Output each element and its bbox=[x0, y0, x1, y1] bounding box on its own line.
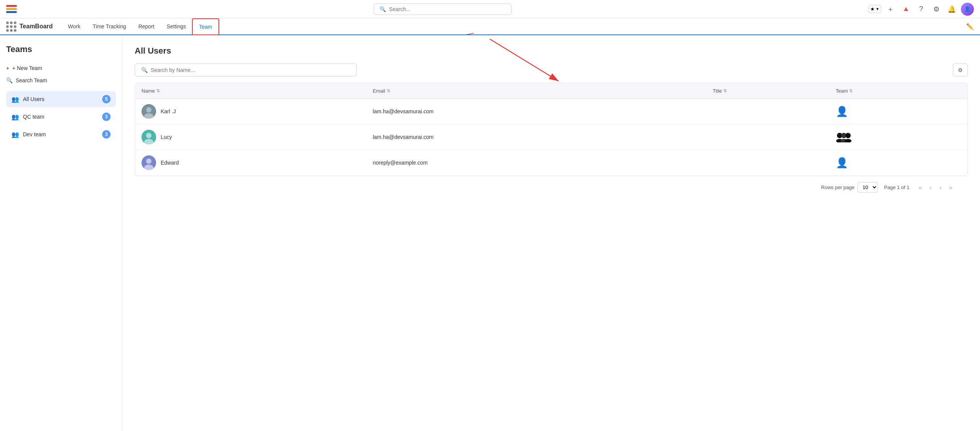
page-nav-buttons: « ‹ › » bbox=[916, 183, 956, 193]
email-cell-lucy: lam.ha@devsamurai.com bbox=[366, 124, 707, 150]
team-list: 👥 All Users 5 👥 QC team 3 👥 Dev team bbox=[6, 91, 116, 142]
sidebar-title: Teams bbox=[6, 44, 116, 54]
search-team-icon: 🔍 bbox=[6, 77, 13, 83]
email-cell-karl: lam.ha@devsamurai.com bbox=[366, 99, 707, 124]
all-users-label: All Users bbox=[23, 96, 44, 102]
all-users-badge: 5 bbox=[102, 95, 111, 103]
nav-bar: TeamBoard Work Time Tracking Report Sett… bbox=[0, 18, 980, 35]
new-team-action[interactable]: + + New Team bbox=[6, 62, 116, 74]
col-sort-email[interactable]: Email ⇅ bbox=[373, 88, 390, 94]
app-name: TeamBoard bbox=[20, 23, 53, 30]
qc-team-icon: 👥 bbox=[11, 113, 19, 121]
qc-team-badge: 3 bbox=[102, 113, 111, 121]
nav-item-time-tracking[interactable]: Time Tracking bbox=[86, 18, 132, 35]
page-info: Page 1 of 1 bbox=[884, 184, 910, 190]
nav-item-work[interactable]: Work bbox=[62, 18, 86, 35]
team-icon-edward: 👤 bbox=[836, 157, 848, 168]
avatar-edward bbox=[142, 155, 156, 170]
search-name-input[interactable] bbox=[151, 67, 350, 73]
top-bar-actions: ★ ▼ ＋ 🔺 ? ⚙ 🔔 👤 bbox=[868, 3, 974, 16]
add-button[interactable]: ＋ bbox=[884, 3, 897, 15]
settings-icon-btn[interactable]: ⚙ bbox=[930, 3, 943, 15]
team-icon-group-lucy bbox=[836, 131, 852, 142]
user-avatar[interactable]: 👤 bbox=[961, 3, 974, 16]
svg-line-1 bbox=[404, 33, 474, 35]
team-cell-karl: 👤 bbox=[830, 99, 967, 124]
name-cell-edward: Edward bbox=[135, 150, 367, 176]
all-users-icon: 👥 bbox=[11, 96, 19, 103]
filter-icon: ⚙ bbox=[958, 67, 963, 73]
col-sort-team[interactable]: Team ⇅ bbox=[836, 88, 853, 94]
sort-icon-title: ⇅ bbox=[723, 88, 727, 93]
col-sort-name[interactable]: Name ⇅ bbox=[142, 88, 160, 94]
team-item-dev-team[interactable]: 👥 Dev team 3 bbox=[6, 126, 116, 142]
table-row-karl: Karl .J lam.ha@devsamurai.com 👤 bbox=[135, 99, 967, 124]
table-row-edward: Edward noreply@example.com 👤 bbox=[135, 150, 967, 176]
team-item-qc-team[interactable]: 👥 QC team 3 bbox=[6, 109, 116, 125]
main-layout: Teams + + New Team 🔍 Search Team 👥 All U… bbox=[0, 35, 980, 431]
name-edward: Edward bbox=[161, 160, 179, 166]
team-cell-lucy bbox=[830, 124, 967, 150]
global-search-input[interactable] bbox=[389, 6, 506, 12]
users-table: Name ⇅ Email ⇅ Title bbox=[135, 83, 967, 176]
search-team-action[interactable]: 🔍 Search Team bbox=[6, 74, 116, 87]
col-title[interactable]: Title ⇅ bbox=[707, 83, 830, 99]
grid-icon bbox=[6, 21, 16, 32]
edit-icon[interactable]: ✏️ bbox=[966, 23, 974, 30]
dev-team-label: Dev team bbox=[23, 131, 46, 137]
content-title: All Users bbox=[135, 46, 968, 56]
next-page-button[interactable]: › bbox=[936, 183, 944, 193]
title-cell-lucy bbox=[707, 124, 830, 150]
chevron-down-icon: ▼ bbox=[876, 7, 879, 11]
prev-page-button[interactable]: ‹ bbox=[926, 183, 934, 193]
svg-point-8 bbox=[146, 133, 151, 138]
new-team-label: + New Team bbox=[12, 65, 42, 71]
team-icon-karl: 👤 bbox=[836, 106, 848, 117]
col-email[interactable]: Email ⇅ bbox=[366, 83, 707, 99]
pagination: Rows per page 10 25 50 Page 1 of 1 « ‹ ›… bbox=[135, 176, 968, 199]
sort-icon-name: ⇅ bbox=[156, 88, 160, 93]
content-area: All Users 🔍 ⚙ Name ⇅ bbox=[122, 35, 980, 431]
col-team[interactable]: Team ⇅ bbox=[830, 83, 967, 99]
svg-point-5 bbox=[146, 107, 151, 113]
help-button[interactable]: ? bbox=[915, 3, 927, 15]
sidebar: Teams + + New Team 🔍 Search Team 👥 All U… bbox=[0, 35, 122, 431]
triangle-icon-btn[interactable]: 🔺 bbox=[900, 3, 912, 15]
filter-button[interactable]: ⚙ bbox=[953, 64, 968, 77]
svg-point-12 bbox=[845, 133, 851, 138]
dev-team-icon: 👥 bbox=[11, 131, 19, 138]
rows-per-page-label: Rows per page bbox=[821, 184, 855, 190]
nav-item-report[interactable]: Report bbox=[132, 18, 161, 35]
title-cell-edward bbox=[707, 150, 830, 176]
plus-icon: + bbox=[6, 65, 9, 71]
logo-stripe-red bbox=[6, 5, 17, 7]
logo-stripes bbox=[6, 5, 17, 13]
nav-item-team[interactable]: Team bbox=[192, 18, 219, 35]
name-cell-lucy: Lucy bbox=[135, 124, 367, 150]
name-cell-karl: Karl .J bbox=[135, 99, 367, 124]
users-table-wrapper: Name ⇅ Email ⇅ Title bbox=[135, 83, 968, 176]
global-search-bar[interactable]: 🔍 bbox=[374, 3, 511, 15]
notifications-button[interactable]: 🔔 bbox=[946, 3, 958, 15]
rows-per-page-select[interactable]: 10 25 50 bbox=[858, 182, 878, 193]
team-item-all-users[interactable]: 👥 All Users 5 bbox=[6, 91, 116, 107]
search-name-bar[interactable]: 🔍 bbox=[135, 64, 357, 77]
first-page-button[interactable]: « bbox=[916, 183, 925, 193]
col-name[interactable]: Name ⇅ bbox=[135, 83, 367, 99]
col-sort-title[interactable]: Title ⇅ bbox=[713, 88, 727, 94]
name-lucy: Lucy bbox=[161, 134, 172, 140]
last-page-button[interactable]: » bbox=[946, 183, 956, 193]
logo-stripe-blue bbox=[6, 11, 17, 13]
nav-item-settings[interactable]: Settings bbox=[161, 18, 192, 35]
table-header: Name ⇅ Email ⇅ Title bbox=[135, 83, 967, 99]
dev-team-badge: 3 bbox=[102, 130, 111, 139]
search-name-icon: 🔍 bbox=[141, 67, 148, 73]
team-cell-edward: 👤 bbox=[830, 150, 967, 176]
rows-per-page: Rows per page 10 25 50 bbox=[821, 182, 878, 193]
top-bar: 🔍 ★ ▼ ＋ 🔺 ? ⚙ 🔔 👤 bbox=[0, 0, 980, 18]
filter-row: 🔍 ⚙ bbox=[135, 64, 968, 77]
favorites-button[interactable]: ★ ▼ bbox=[868, 5, 881, 13]
search-icon: 🔍 bbox=[379, 6, 386, 12]
search-team-label: Search Team bbox=[16, 77, 47, 83]
name-karl: Karl .J bbox=[161, 108, 176, 114]
